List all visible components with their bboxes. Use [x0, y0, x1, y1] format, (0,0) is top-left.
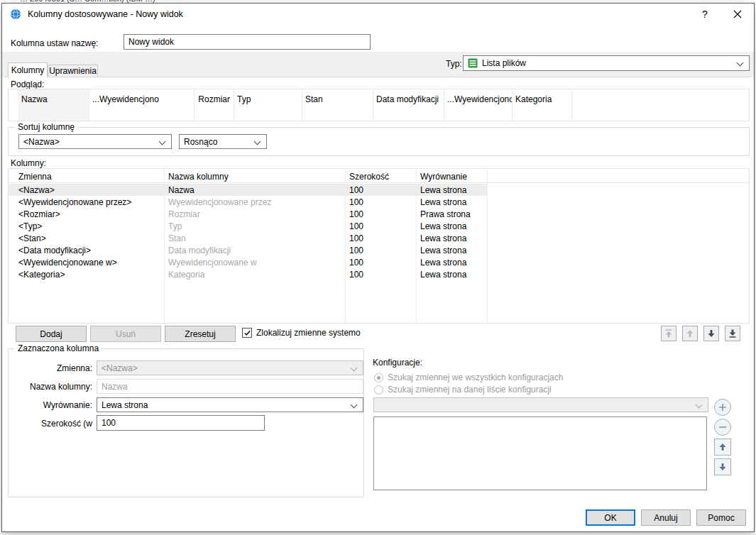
- variable-select-value: <Nazwa>: [102, 363, 138, 373]
- close-icon[interactable]: [728, 6, 747, 21]
- cell-variable: <Typ>: [9, 221, 164, 231]
- tab-columns[interactable]: Kolumny: [8, 62, 48, 77]
- table-row[interactable]: <Kategoria> Kategoria 100 Lewa strona: [9, 268, 487, 280]
- cell-width: 100: [345, 233, 416, 243]
- width-label: Szerokość (w: [13, 419, 92, 429]
- cell-align: Lewa strona: [416, 270, 487, 280]
- align-label: Wyrównanie:: [13, 400, 92, 410]
- preview-header-stan: Stan: [302, 89, 373, 121]
- type-label: Typ:: [446, 59, 462, 69]
- variable-label: Zmienna:: [13, 363, 92, 373]
- cell-width: 100: [345, 185, 416, 195]
- config-add-button[interactable]: [714, 399, 731, 416]
- table-row[interactable]: <Typ> Typ 100 Lewa strona: [9, 220, 487, 232]
- chevron-down-icon: [696, 402, 703, 409]
- table-row[interactable]: <Data modyfikacji> Data modyfikacji 100 …: [9, 244, 487, 256]
- align-select[interactable]: Lewa strona: [97, 397, 363, 412]
- cancel-button[interactable]: Anuluj: [641, 509, 691, 526]
- preview-header-data-modyfikacji: Data modyfikacji: [373, 89, 444, 121]
- preview-header-kategoria: Kategoria: [513, 89, 572, 121]
- column-name-label: Nazwa kolumny:: [13, 382, 92, 392]
- cell-width: 100: [345, 221, 416, 231]
- table-header-szerokosc[interactable]: Szerokość: [345, 169, 416, 182]
- move-up-button: [682, 326, 698, 341]
- table-header-filler: [487, 169, 749, 182]
- arrow-down-icon: [707, 329, 716, 338]
- arrow-to-top-icon: [664, 329, 673, 338]
- table-header-zmienna[interactable]: Zmienna: [9, 169, 164, 182]
- table-row[interactable]: <Wyewidencjonowane w> Wyewidencjonowane …: [9, 256, 487, 268]
- table-row[interactable]: <Stan> Stan 100 Lewa strona: [9, 232, 487, 244]
- table-header-row: Zmienna Nazwa kolumny Szerokość Wyrównan…: [9, 169, 749, 183]
- cell-align: Lewa strona: [416, 233, 487, 243]
- localize-checkbox-row: Zlokalizuj zmienne systemo: [242, 328, 361, 338]
- cell-align: Lewa strona: [416, 246, 487, 255]
- columns-table: Zmienna Nazwa kolumny Szerokość Wyrównan…: [8, 168, 750, 324]
- cell-align: Lewa strona: [416, 197, 487, 207]
- table-header-wyrownanie[interactable]: Wyrównanie: [416, 169, 487, 182]
- cell-align: Lewa strona: [416, 221, 487, 231]
- cell-variable: <Data modyfikacji>: [9, 246, 164, 255]
- configuration-listbox[interactable]: [373, 417, 707, 490]
- config-remove-button[interactable]: [714, 419, 731, 436]
- chevron-down-icon: [737, 60, 744, 67]
- localize-checkbox[interactable]: [242, 328, 252, 338]
- table-header-nazwa-kolumny[interactable]: Nazwa kolumny: [164, 169, 345, 182]
- chevron-down-icon: [351, 365, 358, 372]
- chevron-down-icon: [254, 138, 261, 145]
- move-down-button[interactable]: [703, 326, 719, 341]
- radio-config-list: [374, 385, 383, 395]
- column-name-input: [97, 379, 363, 394]
- cell-width: 100: [345, 246, 416, 255]
- tab-page-border: [4, 77, 752, 77]
- cell-name: Data modyfikacji: [164, 246, 345, 255]
- chevron-down-icon: [351, 402, 358, 409]
- reset-button[interactable]: Zresetuj: [165, 326, 236, 342]
- preview-header-wyewidencjonowane-w: ...Wyewidencjono: [444, 89, 513, 121]
- view-name-label: Kolumna ustaw nazwę:: [11, 38, 98, 48]
- dialog-title: Kolumny dostosowywane - Nowy widok: [28, 9, 183, 19]
- config-move-up-button[interactable]: [714, 439, 731, 456]
- help-footer-button[interactable]: Pomoc: [696, 509, 746, 526]
- selected-column-group-label: Zaznaczona kolumna: [15, 343, 102, 353]
- radio-config-list-label: Szukaj zmiennej na danej liście konfigur…: [388, 385, 552, 395]
- table-row[interactable]: <Wyewidencjonowane przez> Wyewidencjonow…: [9, 196, 487, 208]
- configuration-select: [373, 397, 708, 412]
- app-icon: [10, 9, 21, 20]
- configurations-label: Konfiguracje:: [373, 358, 422, 368]
- type-select[interactable]: Lista plików: [463, 55, 750, 71]
- table-row[interactable]: <Nazwa> Nazwa 100 Lewa strona: [9, 184, 487, 196]
- move-to-bottom-button[interactable]: [725, 326, 740, 341]
- sort-column-select[interactable]: <Nazwa>: [18, 134, 172, 149]
- cell-name: Rozmiar: [164, 209, 345, 219]
- titlebar: Kolumny dostosowywane - Nowy widok ?: [2, 4, 754, 25]
- add-button[interactable]: Dodaj: [16, 326, 87, 342]
- cell-name: Kategoria: [164, 270, 345, 280]
- preview-header-rozmiar: Rozmiar: [195, 89, 234, 121]
- cell-align: Lewa strona: [416, 258, 487, 268]
- radio-all-configs: [374, 373, 383, 382]
- table-row[interactable]: <Rozmiar> Rozmiar 100 Prawa strona: [9, 208, 487, 220]
- sort-group-label: Sortuj kolumnę: [15, 122, 77, 132]
- align-select-value: Lewa strona: [102, 400, 148, 410]
- cell-variable: <Nazwa>: [9, 185, 164, 195]
- preview-panel: Nazwa ...Wyewidencjono Rozmiar Typ Stan …: [8, 89, 750, 121]
- cell-variable: <Wyewidencjonowane przez>: [9, 197, 164, 207]
- tab-permissions[interactable]: Uprawnienia: [48, 65, 98, 77]
- config-move-down-button[interactable]: [714, 458, 731, 475]
- preview-label: Podgląd:: [11, 79, 44, 89]
- help-button[interactable]: ?: [695, 6, 715, 21]
- radio-row-config-list: Szukaj zmiennej na danej liście konfigur…: [374, 385, 552, 395]
- cell-name: Typ: [164, 221, 345, 231]
- table-body: <Nazwa> Nazwa 100 Lewa strona <Wyewidenc…: [9, 184, 749, 280]
- check-icon: [243, 329, 251, 337]
- width-input[interactable]: [97, 415, 265, 431]
- chevron-down-icon: [159, 138, 166, 145]
- preview-header-nazwa: Nazwa: [18, 89, 89, 121]
- view-name-input[interactable]: [124, 34, 371, 50]
- cell-name: Stan: [164, 233, 345, 243]
- type-select-value: Lista plików: [482, 58, 526, 68]
- ok-button[interactable]: OK: [586, 509, 635, 526]
- localize-checkbox-label: Zlokalizuj zmienne systemo: [256, 328, 361, 338]
- sort-direction-select[interactable]: Rosnąco: [179, 134, 267, 149]
